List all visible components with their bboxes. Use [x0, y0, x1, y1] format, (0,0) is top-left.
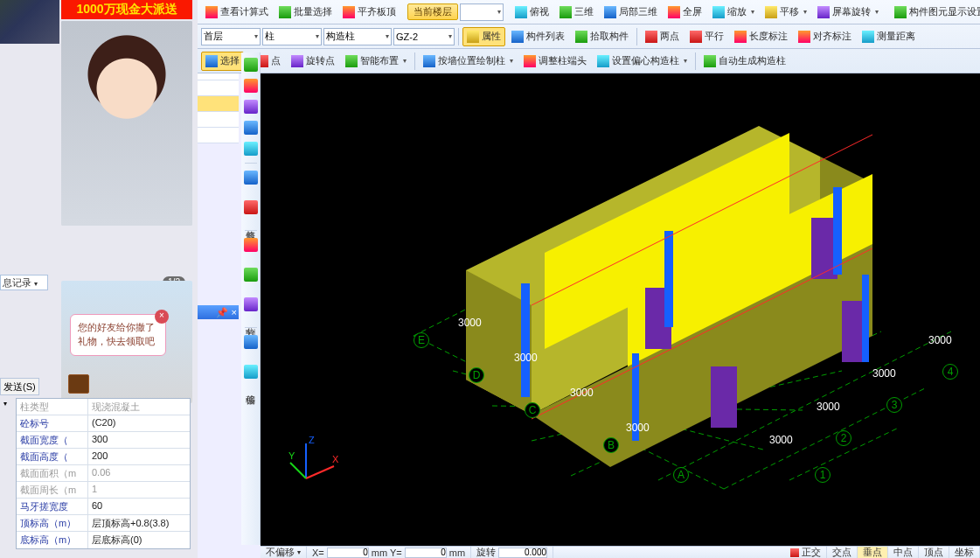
btn-length-dim[interactable]: 长度标注	[730, 27, 792, 46]
grid-row-d: D	[469, 367, 484, 383]
ortho-icon	[790, 548, 799, 557]
svg-rect-25	[862, 275, 869, 362]
list-item[interactable]	[198, 128, 239, 143]
vtool-align-icon[interactable]	[244, 335, 258, 349]
promo-banner[interactable]: 1000万现金大派送	[61, 0, 192, 19]
btn-parallel[interactable]: 平行	[685, 27, 728, 46]
snap-coord[interactable]: 坐标	[949, 546, 980, 558]
avatar-image-1	[61, 21, 192, 226]
btn-measure[interactable]: 测量距离	[858, 27, 920, 46]
snap-vertex[interactable]: 顶点	[919, 546, 949, 558]
vtool-offset-icon[interactable]	[244, 365, 258, 379]
btn-smart[interactable]: 智能布置	[341, 52, 411, 71]
vtool-redo-icon[interactable]	[244, 121, 258, 135]
list-item[interactable]	[198, 96, 239, 112]
gift-icon[interactable]	[68, 374, 89, 394]
floor-select[interactable]: 首层▾	[201, 28, 261, 45]
snap-ortho[interactable]: 正交	[785, 546, 827, 558]
btn-autogen[interactable]: 自动生成构造柱	[699, 52, 790, 71]
btn-component-list[interactable]: 构件列表	[507, 27, 569, 46]
btn-calc[interactable]: 查看计算式	[201, 3, 273, 22]
status-x[interactable]: X=mm Y=mm	[307, 547, 471, 558]
panel-header: 📌×	[198, 305, 239, 319]
vtool-undo-icon[interactable]	[244, 100, 258, 114]
btn-batch[interactable]: 批量选择	[275, 3, 337, 22]
btn-properties[interactable]: 属性	[462, 27, 505, 46]
pan-icon	[765, 6, 777, 18]
snap-perp[interactable]: 垂点	[858, 546, 888, 558]
btn-fullscreen[interactable]: 全屏	[664, 3, 706, 22]
btn-rotscreen[interactable]: 屏幕旋转	[813, 3, 883, 22]
prop-value[interactable]: 层底标高(0)	[88, 532, 190, 548]
vtool-merge-icon[interactable]	[244, 268, 258, 282]
gear-icon	[894, 6, 907, 18]
grid-row-c: C	[525, 402, 540, 418]
vtool-brush-icon[interactable]	[244, 79, 258, 93]
btn-3d[interactable]: 三维	[555, 3, 598, 22]
svg-rect-22	[521, 283, 530, 397]
status-rotate[interactable]: 旋转	[471, 547, 553, 558]
prop-value[interactable]: 60	[88, 499, 190, 514]
close-icon[interactable]: ×	[232, 307, 237, 317]
send-button[interactable]: 发送(S) ▾	[0, 378, 39, 395]
vtool-pencil-icon[interactable]	[244, 58, 258, 72]
prop-label: 底标高（m）	[17, 532, 88, 548]
prop-label: 马牙搓宽度	[17, 499, 88, 514]
vertical-toolbar: 延伸 修剪 打断 合并 分割 对齐 偏移	[241, 52, 261, 545]
category-select[interactable]: 柱▾	[262, 28, 322, 45]
vtool-break-icon[interactable]	[244, 238, 258, 252]
snap-mid[interactable]: 中点	[888, 546, 919, 558]
pick-icon	[575, 31, 587, 43]
btn-select[interactable]: 选择	[201, 52, 244, 71]
vtool-misc-icon[interactable]	[244, 142, 258, 156]
grid-col-3: 3	[886, 397, 902, 413]
grid-row-b: B	[603, 437, 619, 453]
aligndim-icon	[798, 31, 810, 43]
btn-2pt[interactable]: 两点	[641, 27, 684, 46]
subtype-select[interactable]: 构造柱▾	[323, 28, 392, 45]
vtool-split-icon[interactable]	[244, 297, 258, 311]
snap-intersect[interactable]: 交点	[827, 546, 858, 558]
btn-pick[interactable]: 拾取构件	[571, 27, 633, 46]
x-input[interactable]	[327, 548, 369, 558]
btn-rotpoint[interactable]: 旋转点	[287, 52, 339, 71]
btn-adjust[interactable]: 调整柱端头	[519, 52, 591, 71]
btn-align-top[interactable]: 平齐板顶	[338, 3, 400, 22]
dim-label: 3000	[458, 317, 482, 329]
close-icon[interactable]: ×	[155, 310, 169, 324]
notification-bubble[interactable]: × 您的好友给你撒了礼物，快去领取吧	[70, 314, 166, 356]
status-offset[interactable]: 不偏移▾	[261, 547, 307, 558]
dim-label: 3000	[514, 352, 538, 364]
btn-topview[interactable]: 俯视	[511, 3, 553, 22]
prop-value[interactable]: 200	[88, 449, 190, 464]
btn-pan[interactable]: 平移	[761, 3, 811, 22]
list-item[interactable]	[198, 112, 239, 128]
rotpoint-icon	[291, 55, 303, 67]
btn-zoom[interactable]: 缩放	[708, 3, 759, 22]
btn-local3d[interactable]: 局部三维	[600, 3, 662, 22]
prop-label: 柱类型	[17, 399, 88, 415]
y-input[interactable]	[405, 548, 447, 558]
log-dropdown[interactable]: 息记录 ▾	[0, 275, 48, 290]
axis-x: X	[332, 454, 339, 464]
rot-input[interactable]	[498, 548, 547, 558]
btn-offset-col[interactable]: 设置偏心构造柱	[593, 52, 692, 71]
btn-align-dim[interactable]: 对齐标注	[794, 27, 856, 46]
list-item[interactable]	[198, 80, 239, 96]
viewport-3d[interactable]: E D C B A 1 2 3 4 3000 3000 3000 3000 30…	[261, 73, 980, 546]
prop-value[interactable]: 层顶标高+0.8(3.8)	[88, 515, 190, 531]
code-select[interactable]: GZ-2▾	[393, 28, 455, 45]
prop-label: 截面周长（m	[17, 482, 88, 498]
btn-wallcol[interactable]: 按墙位置绘制柱	[419, 52, 518, 71]
btn-display-settings[interactable]: 构件图元显示设置	[890, 3, 980, 22]
wallcol-icon	[423, 55, 435, 67]
toolbar-main: 查看计算式 批量选择 平齐板顶 当前楼层 ▾ 俯视 三维 局部三维 全屏 缩放 …	[198, 0, 980, 24]
prop-label: 截面面积（m	[17, 465, 88, 481]
floor-combo[interactable]: ▾	[460, 3, 504, 21]
pin-icon[interactable]: 📌	[216, 307, 228, 318]
prop-value[interactable]: 300	[88, 432, 190, 448]
prop-value[interactable]: (C20)	[88, 415, 190, 431]
vtool-trim-icon[interactable]	[244, 200, 258, 214]
vtool-extend-icon[interactable]	[244, 171, 258, 185]
grid-col-4: 4	[942, 364, 958, 380]
